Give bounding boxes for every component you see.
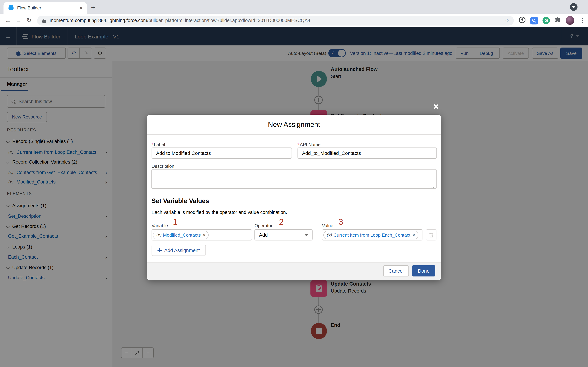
extensions-puzzle-icon[interactable]	[554, 17, 561, 25]
chevron-down-icon	[304, 234, 308, 236]
required-asterisk: *	[152, 142, 153, 147]
modal-footer: Cancel Done	[147, 262, 441, 280]
description-textarea[interactable]	[151, 169, 437, 189]
done-button[interactable]: Done	[412, 265, 435, 276]
api-name-field-label: *API Name	[297, 142, 320, 147]
annotation-number-2: 2	[279, 217, 284, 227]
label-input[interactable]	[152, 148, 292, 159]
add-assignment-label: Add Assignment	[164, 248, 200, 253]
url-bar[interactable]: momentum-computing-884.lightning.force.c…	[37, 16, 514, 25]
plus-icon	[158, 248, 162, 252]
password-manager-icon[interactable]	[519, 16, 526, 25]
url-path: /builder_platform_interaction/flowBuilde…	[147, 18, 310, 23]
resize-grip-icon[interactable]	[431, 184, 434, 188]
cancel-button[interactable]: Cancel	[383, 265, 409, 276]
add-assignment-button[interactable]: Add Assignment	[152, 245, 206, 256]
modal-close-icon[interactable]: ×	[433, 101, 439, 112]
operator-select[interactable]: Add	[254, 229, 312, 241]
modal-header: New Assignment	[147, 115, 441, 134]
operator-value: Add	[259, 232, 268, 238]
screen: Flow Builder × + ← → ↻ momentum-computin…	[0, 0, 588, 367]
variable-pill[interactable]: (x) Modified_Contacts ×	[153, 231, 209, 239]
label-field-label: *Label	[152, 142, 165, 147]
back-icon[interactable]: ←	[3, 17, 13, 24]
browser-toolbar: ← → ↻ momentum-computing-884.lightning.f…	[0, 14, 588, 27]
reload-icon[interactable]: ↻	[24, 17, 34, 24]
label-text: API Name	[300, 142, 320, 147]
browser-menu-icon[interactable]: ⋮	[579, 17, 585, 24]
trash-icon	[429, 232, 433, 237]
variable-label: Variable	[152, 223, 168, 228]
annotation-number-1: 1	[173, 217, 178, 227]
modal-title: New Assignment	[147, 121, 441, 129]
variable-icon: (x)	[327, 233, 332, 237]
profile-avatar[interactable]	[566, 16, 574, 25]
value-combobox[interactable]: (x) Current Item from Loop Each_Contact …	[322, 229, 423, 241]
extensions-bar: G ⋮	[519, 16, 587, 25]
value-pill-label[interactable]: Current Item from Loop Each_Contact	[334, 232, 410, 237]
set-variable-values-heading: Set Variable Values	[152, 198, 209, 205]
pill-remove-icon[interactable]: ×	[203, 232, 206, 237]
url-text: momentum-computing-884.lightning.force.c…	[50, 18, 310, 23]
browser-tab[interactable]: Flow Builder ×	[3, 2, 87, 14]
new-tab-button[interactable]: +	[88, 3, 98, 13]
value-pill[interactable]: (x) Current Item from Loop Each_Contact …	[323, 231, 418, 239]
label-text: Label	[154, 142, 165, 147]
variable-pill-label[interactable]: Modified_Contacts	[163, 232, 201, 237]
lookup-extension-icon[interactable]	[530, 17, 538, 24]
chevron-down-icon	[572, 6, 575, 8]
bookmark-star-icon[interactable]: ☆	[504, 17, 510, 24]
operator-label: Operator	[254, 223, 272, 228]
salesforce-cloud-icon	[9, 6, 14, 10]
annotation-number-3: 3	[338, 217, 343, 227]
new-assignment-modal: New Assignment *Label *API Name Descript…	[147, 115, 441, 280]
delete-assignment-button[interactable]	[426, 229, 436, 241]
variable-icon: (x)	[156, 233, 161, 237]
tab-search-button[interactable]	[570, 3, 578, 11]
description-label: Description	[152, 164, 174, 169]
tab-close-icon[interactable]: ×	[79, 5, 83, 11]
tab-title: Flow Builder	[17, 5, 79, 10]
api-name-input[interactable]	[297, 148, 437, 159]
pill-remove-icon[interactable]: ×	[413, 232, 415, 237]
required-asterisk: *	[297, 142, 299, 147]
section-divider	[147, 194, 441, 194]
browser-tab-strip: Flow Builder × +	[0, 0, 588, 14]
lock-icon	[42, 18, 46, 23]
variable-combobox[interactable]: (x) Modified_Contacts ×	[152, 229, 252, 241]
forward-icon[interactable]: →	[13, 17, 24, 24]
value-label: Value	[322, 223, 333, 228]
url-domain: momentum-computing-884.lightning.force.c…	[50, 18, 147, 23]
grammarly-icon[interactable]: G	[543, 17, 550, 24]
helper-text: Each variable is modified by the operato…	[152, 210, 287, 215]
